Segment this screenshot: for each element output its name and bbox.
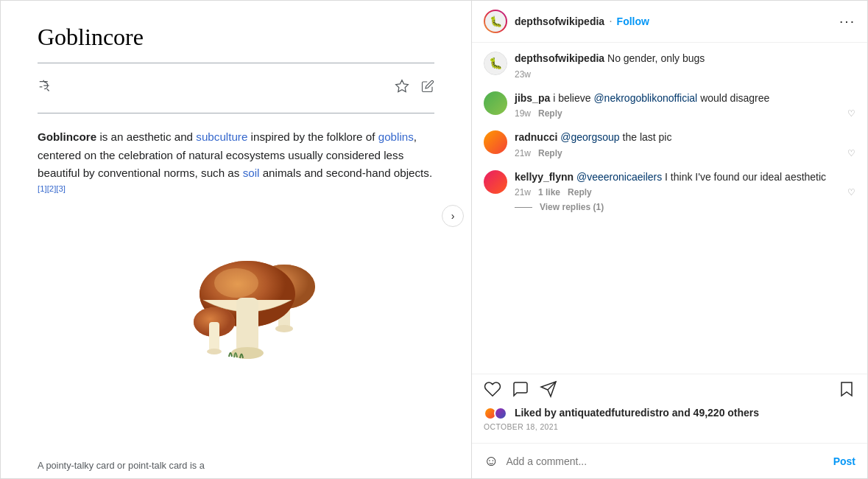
article-toolbar [38, 75, 434, 101]
replies-line [515, 207, 532, 208]
comment-time: 21w [515, 148, 531, 158]
article-text-1: is an aesthetic and [99, 130, 193, 143]
comment-message: No gender, only bugs [607, 52, 705, 64]
comment-avatar[interactable] [484, 170, 507, 194]
citation[interactable]: [1][2][3] [38, 184, 66, 193]
svg-point-13 [207, 349, 222, 354]
action-icons [484, 380, 855, 401]
comments-section: 🐛 depthsofwikipedia No gender, only bugs… [472, 43, 867, 374]
heart-icon[interactable]: ♡ [847, 148, 855, 158]
next-arrow[interactable]: › [442, 205, 464, 227]
comment-time: 23w [515, 69, 531, 80]
comment-body: depthsofwikipedia No gender, only bugs 2… [515, 52, 855, 80]
comment-text: jibs_pa i believe @nekrogoblikonofficial… [515, 91, 855, 106]
svg-point-4 [275, 325, 293, 332]
comment-text: depthsofwikipedia No gender, only bugs [515, 52, 855, 66]
goblins-link[interactable]: goblins [378, 130, 414, 143]
star-icon[interactable] [395, 79, 409, 97]
wikipedia-article: Goblincore G [1, 1, 472, 478]
comment-mention[interactable]: @georgsoup [560, 131, 619, 143]
comment-item: jibs_pa i believe @nekrogoblikonofficial… [484, 91, 855, 119]
svg-marker-0 [396, 80, 409, 92]
translate-icon[interactable] [38, 78, 54, 98]
comment-text: radnucci @georgsoup the last pic [515, 130, 855, 145]
liked-count: 49,220 others [694, 407, 760, 419]
more-options-button[interactable]: ··· [839, 13, 855, 29]
comment-item: 🐛 depthsofwikipedia No gender, only bugs… [484, 52, 855, 80]
instagram-panel: 🐛 depthsofwikipedia · Follow ··· 🐛 depth… [472, 1, 867, 478]
ig-header: 🐛 depthsofwikipedia · Follow ··· [472, 1, 867, 43]
liked-by: Liked by antiquatedfuturedistro and 49,2… [484, 407, 855, 420]
mushroom-image [185, 209, 332, 371]
comment-meta: 21w 1 like Reply ♡ [515, 187, 855, 197]
article-text-2: inspired by the folklore of [251, 130, 375, 143]
comment-time: 19w [515, 108, 531, 119]
save-button[interactable] [838, 380, 855, 401]
comment-message: i believe [553, 92, 593, 104]
comment-body: kellyy_flynn @veeeronicaeilers I think I… [515, 170, 855, 213]
article-title: Goblincore [38, 23, 434, 51]
comment-meta: 23w [515, 69, 855, 80]
like-avatars [484, 407, 507, 420]
share-button[interactable] [540, 380, 557, 401]
svg-rect-12 [209, 322, 219, 353]
heart-icon[interactable]: ♡ [847, 108, 855, 119]
comment-avatar[interactable]: 🐛 [484, 52, 507, 75]
reply-button[interactable]: Reply [538, 108, 562, 119]
post-date: OCTOBER 18, 2021 [484, 423, 855, 431]
comment-mention[interactable]: @veeeronicaeilers [576, 171, 662, 183]
comment-body: radnucci @georgsoup the last pic 21w Rep… [515, 130, 855, 158]
view-replies-button[interactable]: View replies (1) [540, 202, 604, 212]
edit-icon[interactable] [421, 80, 434, 97]
comment-time: 21w [515, 187, 531, 197]
comment-meta: 21w Reply ♡ [515, 148, 855, 158]
comment-input[interactable] [506, 455, 825, 467]
comment-username[interactable]: jibs_pa [515, 92, 550, 104]
post-button[interactable]: Post [833, 455, 855, 467]
article-bold-term: Goblincore [38, 130, 96, 143]
svg-rect-8 [236, 298, 258, 353]
comment-mention[interactable]: @nekrogoblikonofficial [593, 92, 697, 104]
comment-button[interactable] [512, 380, 529, 401]
header-username[interactable]: depthsofwikipedia [515, 15, 604, 27]
comment-username[interactable]: radnucci [515, 131, 557, 143]
comment-likes-count: 1 like [538, 187, 560, 197]
comment-username[interactable]: depthsofwikipedia [515, 52, 604, 64]
subculture-link[interactable]: subculture [196, 130, 247, 143]
comment-body: jibs_pa i believe @nekrogoblikonofficial… [515, 91, 855, 119]
article-body: Goblincore is an aesthetic and subcultur… [38, 128, 434, 201]
comment-avatar[interactable] [484, 130, 507, 154]
comment-message: the last pic [623, 131, 672, 143]
header-avatar[interactable]: 🐛 [484, 10, 507, 33]
comment-meta: 19w Reply ♡ [515, 108, 855, 119]
action-bar: Liked by antiquatedfuturedistro and 49,2… [472, 374, 867, 443]
follow-button[interactable]: Follow [617, 15, 649, 27]
comment-username[interactable]: kellyy_flynn [515, 171, 574, 183]
comment-avatar[interactable] [484, 91, 507, 115]
like-avatar-2 [494, 407, 507, 420]
soil-link[interactable]: soil [243, 167, 260, 179]
comment-message: I think I've found our ideal aesthetic [665, 171, 826, 183]
liked-username[interactable]: antiquatedfuturedistro [560, 407, 669, 419]
heart-icon[interactable]: ♡ [847, 187, 855, 197]
liked-suffix: and [672, 407, 694, 419]
header-dot: · [609, 15, 612, 28]
svg-text:🐛: 🐛 [490, 15, 503, 28]
bottom-caption: A pointy-talky card or point-talk card i… [38, 460, 434, 471]
comment-text: kellyy_flynn @veeeronicaeilers I think I… [515, 170, 855, 185]
svg-marker-20 [841, 382, 852, 396]
comment-item: radnucci @georgsoup the last pic 21w Rep… [484, 130, 855, 158]
article-text-4: animals and second-hand objects. [263, 167, 433, 179]
svg-point-7 [214, 268, 258, 298]
like-button[interactable] [484, 380, 501, 401]
add-comment-bar: ☺ Post [472, 443, 867, 478]
comment-message-2: would disagree [700, 92, 769, 104]
reply-button[interactable]: Reply [568, 187, 592, 197]
reply-button[interactable]: Reply [538, 148, 562, 158]
comment-item: kellyy_flynn @veeeronicaeilers I think I… [484, 170, 855, 213]
emoji-button[interactable]: ☺ [484, 452, 498, 469]
liked-prefix: Liked by [515, 407, 560, 419]
svg-text:🐛: 🐛 [489, 57, 503, 70]
view-replies: View replies (1) [515, 202, 855, 212]
